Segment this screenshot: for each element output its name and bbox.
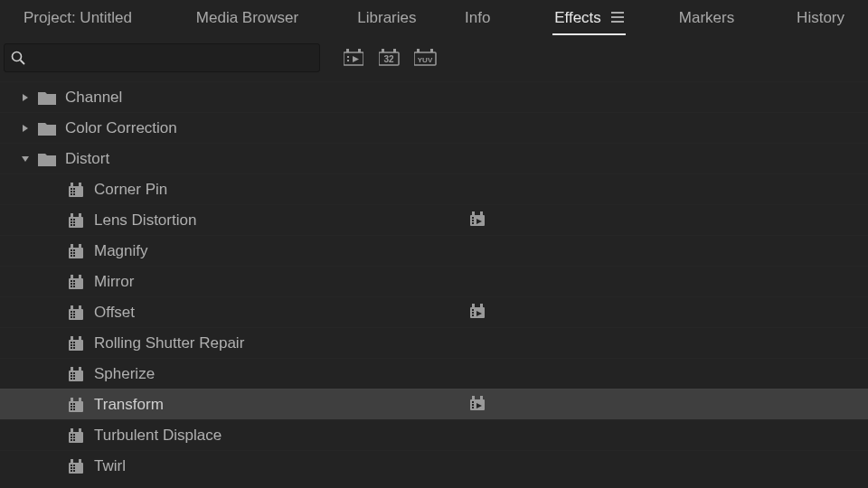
accelerated-badge-icon — [470, 304, 485, 322]
effect-label: Twirl — [94, 457, 126, 475]
svg-text:YUV: YUV — [418, 56, 433, 64]
folder-label: Distort — [65, 150, 109, 168]
tab-info[interactable]: Info — [447, 2, 508, 34]
svg-text:32: 32 — [383, 54, 394, 64]
effect-label: Offset — [94, 304, 135, 322]
folder-channel[interactable]: Channel — [0, 81, 868, 112]
tab-media-browser[interactable]: Media Browser — [178, 2, 316, 34]
effect-label: Transform — [94, 396, 164, 414]
tab-markers[interactable]: Markers — [661, 2, 752, 34]
preset-icon — [69, 367, 83, 381]
effect-label: Corner Pin — [94, 181, 167, 199]
preset-icon — [69, 459, 83, 474]
effects-toolbar: 32 YUV — [0, 36, 868, 76]
panel-menu-icon[interactable] — [611, 9, 624, 27]
effect-label: Mirror — [94, 273, 134, 291]
effect-turbulent-displace[interactable]: Turbulent Displace — [0, 419, 868, 450]
folder-icon — [38, 120, 56, 136]
accelerated-badge-icon — [470, 211, 485, 230]
accelerated-filter-button[interactable] — [342, 46, 365, 70]
preset-icon — [69, 183, 83, 197]
svg-rect-23 — [347, 56, 349, 58]
accelerated-badge-icon — [470, 396, 485, 414]
chevron-right-icon[interactable] — [18, 93, 33, 102]
svg-rect-24 — [347, 60, 349, 61]
svg-point-21 — [13, 52, 22, 61]
tab-history[interactable]: History — [778, 2, 863, 34]
folder-label: Color Correction — [65, 119, 177, 137]
tab-project[interactable]: Project: Untitled — [5, 2, 150, 34]
effect-transform[interactable]: Transform — [0, 389, 868, 419]
preset-icon — [69, 398, 83, 412]
effect-mirror[interactable]: Mirror — [0, 266, 868, 296]
effect-label: Rolling Shutter Repair — [94, 334, 244, 352]
tab-effects-label: Effects — [554, 9, 601, 26]
effect-corner-pin[interactable]: Corner Pin — [0, 174, 868, 204]
search-icon — [10, 50, 26, 66]
effect-twirl[interactable]: Twirl — [0, 450, 868, 481]
svg-rect-27 — [417, 49, 420, 52]
effect-offset[interactable]: Offset — [0, 296, 868, 327]
folder-color-correction[interactable]: Color Correction — [0, 112, 868, 143]
effects-tree: Channel Color Correction Distort Corner … — [0, 76, 868, 481]
chevron-right-icon[interactable] — [18, 124, 33, 133]
preset-icon — [69, 213, 83, 228]
tab-effects[interactable]: Effects — [536, 2, 641, 35]
preset-icon — [69, 244, 83, 258]
effect-magnify[interactable]: Magnify — [0, 235, 868, 266]
effect-lens-distortion[interactable]: Lens Distortion — [0, 204, 868, 235]
search-field-wrap[interactable] — [4, 43, 320, 72]
tab-libraries[interactable]: Libraries — [339, 2, 434, 34]
folder-icon — [38, 89, 56, 105]
folder-label: Channel — [65, 89, 122, 107]
yuv-filter-button[interactable]: YUV — [414, 46, 438, 70]
search-input[interactable] — [30, 51, 314, 66]
preset-icon — [69, 305, 83, 320]
panel-tabs: Project: Untitled Media Browser Librarie… — [0, 0, 868, 36]
preset-icon — [69, 428, 83, 443]
effect-label: Spherize — [94, 365, 155, 383]
32bit-filter-button[interactable]: 32 — [378, 46, 401, 70]
preset-icon — [69, 336, 83, 351]
effect-label: Lens Distortion — [94, 211, 196, 230]
chevron-down-icon[interactable] — [18, 155, 33, 164]
svg-rect-28 — [430, 49, 433, 52]
preset-icon — [69, 275, 83, 289]
effect-label: Turbulent Displace — [94, 427, 222, 445]
effect-rolling-shutter-repair[interactable]: Rolling Shutter Repair — [0, 327, 868, 358]
folder-icon — [38, 151, 56, 166]
effect-spherize[interactable]: Spherize — [0, 358, 868, 389]
effect-label: Magnify — [94, 242, 148, 260]
folder-distort[interactable]: Distort — [0, 143, 868, 174]
svg-line-22 — [21, 61, 25, 65]
